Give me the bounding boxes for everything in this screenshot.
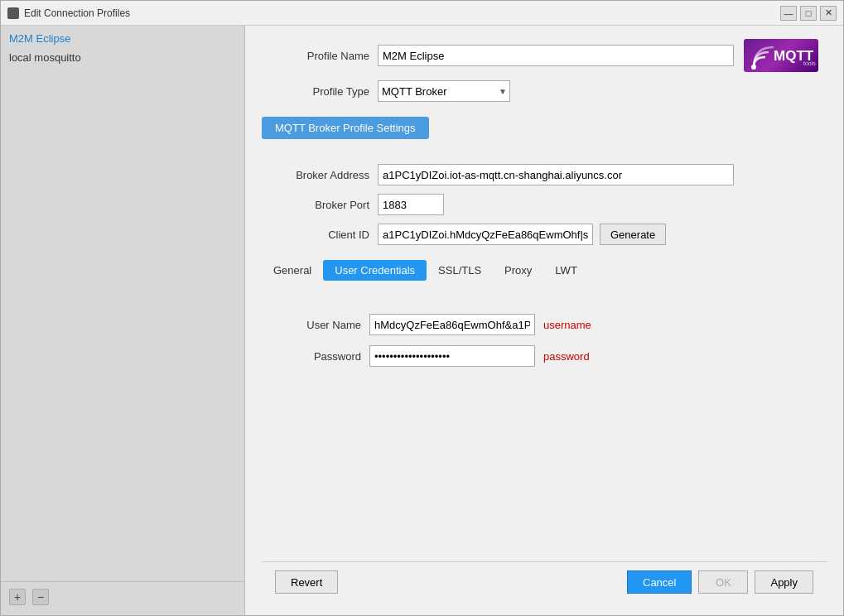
revert-button[interactable]: Revert [275, 570, 338, 594]
username-input[interactable] [369, 314, 535, 335]
bottom-right: Cancel OK Apply [627, 570, 813, 594]
broker-address-input[interactable] [378, 164, 734, 185]
client-id-label: Client ID [262, 229, 369, 241]
broker-address-label: Broker Address [262, 169, 369, 181]
tabs-row: General User Credentials SSL/TLS Proxy L… [262, 260, 827, 281]
password-label: Password [278, 350, 361, 363]
maximize-button[interactable]: □ [800, 6, 817, 21]
profile-type-select[interactable]: MQTT Broker MQTT WebSocket [378, 80, 510, 102]
mqtt-logo-svg: MQTT tools [744, 39, 818, 72]
username-row: User Name username [278, 314, 827, 335]
password-row: Password password [278, 345, 827, 367]
username-label: User Name [278, 319, 361, 331]
mqtt-logo-box: MQTT tools [744, 39, 818, 72]
apply-button[interactable]: Apply [755, 570, 813, 594]
main-content: Profile Name MQTT [245, 26, 843, 615]
tab-proxy[interactable]: Proxy [493, 260, 543, 281]
sidebar-item-label: M2M Eclipse [9, 32, 70, 45]
cancel-button[interactable]: Cancel [627, 570, 692, 594]
credentials-section: User Name username Password password [262, 314, 827, 377]
password-hint: password [543, 350, 590, 363]
window-body: M2M Eclipse local mosquitto + − Profile … [1, 26, 843, 615]
section-header: MQTT Broker Profile Settings [262, 117, 429, 139]
title-bar-left: Edit Connection Profiles [7, 7, 130, 19]
sidebar-item-label: local mosquitto [9, 51, 81, 64]
client-id-input[interactable] [378, 224, 593, 245]
edit-connection-profiles-window: Edit Connection Profiles — □ ✕ M2M Eclip… [0, 0, 844, 616]
tab-lwt[interactable]: LWT [543, 260, 588, 281]
section-header-container: MQTT Broker Profile Settings [262, 113, 827, 152]
minimize-button[interactable]: — [780, 6, 797, 21]
profile-type-row: Profile Type MQTT Broker MQTT WebSocket … [262, 80, 827, 102]
tab-ssl-tls[interactable]: SSL/TLS [427, 260, 493, 281]
close-button[interactable]: ✕ [820, 6, 837, 21]
password-input[interactable] [369, 345, 535, 367]
bottom-bar: Revert Cancel OK Apply [262, 561, 827, 602]
mqtt-logo: MQTT tools [744, 39, 818, 72]
sidebar: M2M Eclipse local mosquitto + − [1, 26, 245, 615]
profile-name-row: Profile Name MQTT [262, 39, 827, 72]
sidebar-footer: + − [1, 581, 244, 612]
generate-button[interactable]: Generate [600, 224, 666, 245]
window-icon [7, 7, 19, 19]
broker-port-row: Broker Port [262, 194, 827, 215]
ok-button[interactable]: OK [698, 570, 748, 594]
title-bar: Edit Connection Profiles — □ ✕ [1, 1, 843, 26]
window-title: Edit Connection Profiles [24, 7, 130, 19]
sidebar-item-local-mosquitto[interactable]: local mosquitto [1, 48, 244, 67]
profile-type-label: Profile Type [262, 85, 369, 98]
title-bar-controls: — □ ✕ [780, 6, 837, 21]
tab-user-credentials[interactable]: User Credentials [323, 260, 427, 281]
broker-address-row: Broker Address [262, 164, 827, 185]
broker-port-input[interactable] [378, 194, 444, 215]
client-id-row: Client ID Generate [262, 224, 827, 245]
tab-general[interactable]: General [262, 260, 323, 281]
bottom-left: Revert [275, 570, 338, 594]
profile-name-label: Profile Name [262, 50, 369, 62]
svg-text:tools: tools [803, 60, 816, 66]
remove-profile-button[interactable]: − [32, 589, 49, 605]
profile-type-select-wrapper: MQTT Broker MQTT WebSocket ▼ [378, 80, 510, 102]
profile-name-input[interactable] [378, 45, 734, 66]
broker-port-label: Broker Port [262, 199, 369, 211]
username-hint: username [543, 319, 591, 331]
svg-point-0 [751, 65, 756, 70]
add-profile-button[interactable]: + [9, 589, 26, 605]
sidebar-item-m2m-eclipse[interactable]: M2M Eclipse [1, 29, 244, 48]
